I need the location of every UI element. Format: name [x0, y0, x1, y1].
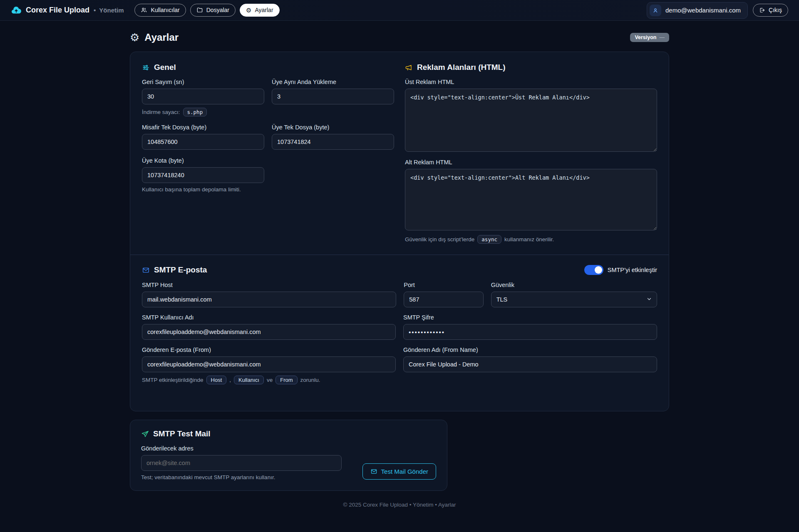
users-icon — [141, 7, 147, 13]
settings-gear-icon: ⚙ — [130, 32, 139, 43]
smtp-host-input[interactable] — [142, 292, 396, 307]
mail-icon — [142, 266, 150, 274]
member-quota-label: Üye Kota (byte) — [142, 157, 264, 164]
brand-title: Corex File Upload — [26, 6, 89, 15]
settings-card: Genel Geri Sayım (sn) İndirme sayacı: s.… — [130, 52, 669, 411]
smtp-port-label: Port — [404, 282, 483, 288]
countdown-input[interactable] — [142, 89, 264, 104]
section-divider — [130, 255, 669, 255]
smtp-section: SMTP E-posta SMTP’yi etkinleştir SMTP Ho… — [142, 265, 657, 384]
from-required-pill: From — [275, 376, 297, 384]
mail-send-icon — [370, 468, 377, 475]
smtp-hint-prefix: SMTP etkinleştirildiğinde — [142, 377, 203, 383]
top-navbar: Corex File Upload • Yönetim Kullanıcılar… — [0, 0, 799, 21]
logout-button[interactable]: Çıkış — [753, 4, 788, 17]
smtp-password-label: SMTP Şifre — [403, 314, 657, 321]
cloud-upload-icon — [11, 5, 22, 16]
host-required-pill: Host — [206, 376, 227, 384]
smtp-security-select[interactable]: TLS — [491, 292, 657, 307]
test-address-input[interactable] — [141, 455, 342, 471]
send-test-mail-label: Test Mail Gönder — [381, 468, 428, 475]
user-email: demo@webdanismani.com — [665, 7, 741, 14]
send-test-mail-button[interactable]: Test Mail Gönder — [362, 463, 436, 480]
nav-users-label: Kullanıcılar — [151, 7, 179, 14]
bottom-ad-label: Alt Reklam HTML — [405, 159, 657, 166]
smtp-port-input[interactable] — [404, 292, 483, 307]
smtp-password-input[interactable] — [403, 324, 657, 340]
main-nav: Kullanıcılar Dosyalar ⚙ Ayarlar — [134, 4, 279, 17]
user-chip: demo@webdanismani.com — [647, 2, 748, 19]
from-email-label: Gönderen E-posta (From) — [142, 346, 396, 353]
top-ad-label: Üst Reklam HTML — [405, 79, 657, 85]
brand: Corex File Upload • Yönetim — [11, 5, 124, 16]
nav-files-label: Dosyalar — [206, 7, 229, 14]
footer-text: © 2025 Corex File Upload • Yönetim • Aya… — [130, 502, 669, 508]
version-badge: Versiyon — — [630, 33, 669, 42]
quota-hint: Kullanıcı başına toplam depolama limiti. — [142, 186, 264, 193]
test-mail-card: SMTP Test Mail Gönderilecek adres Test; … — [130, 420, 447, 491]
smtp-enable-toggle[interactable] — [584, 265, 603, 275]
test-mail-hint: Test; veritabanındaki mevcut SMTP ayarla… — [141, 474, 342, 480]
gear-icon: ⚙ — [246, 7, 251, 13]
logout-icon — [759, 7, 765, 13]
concurrent-upload-label: Üye Aynı Anda Yükleme — [272, 79, 394, 85]
smtp-security-label: Güvenlik — [491, 282, 657, 288]
download-counter-hint: İndirme sayacı: — [142, 109, 180, 115]
member-quota-input[interactable] — [142, 167, 264, 183]
paper-plane-icon — [141, 430, 149, 438]
from-name-label: Gönderen Adı (From Name) — [403, 346, 657, 353]
nav-settings-label: Ayarlar — [255, 7, 273, 14]
user-icon — [650, 5, 661, 16]
user-required-pill: Kullanıcı — [234, 376, 264, 384]
member-file-input[interactable] — [272, 134, 394, 150]
guest-file-label: Misafir Tek Dosya (byte) — [142, 124, 264, 131]
nav-settings-button[interactable]: ⚙ Ayarlar — [240, 4, 280, 17]
page-title: Ayarlar — [144, 32, 179, 43]
logout-label: Çıkış — [769, 7, 782, 14]
guest-file-input[interactable] — [142, 134, 264, 150]
general-title: Genel — [154, 63, 176, 72]
ads-hint-suffix: kullanmanız önerilir. — [504, 236, 554, 242]
download-counter-file: s.php — [183, 108, 207, 116]
member-file-label: Üye Tek Dosya (byte) — [272, 124, 394, 131]
smtp-username-label: SMTP Kullanıcı Adı — [142, 314, 396, 321]
smtp-title: SMTP E-posta — [154, 265, 207, 275]
bottom-ad-textarea[interactable]: <div style="text-align:center">Alt Rekla… — [405, 169, 657, 230]
ads-hint-prefix: Güvenlik için dış script’lerde — [405, 236, 474, 242]
brand-separator: • — [94, 7, 96, 14]
smtp-hint-suffix: zorunlu. — [300, 377, 320, 383]
countdown-label: Geri Sayım (sn) — [142, 79, 264, 85]
sliders-icon — [142, 64, 150, 72]
smtp-host-label: SMTP Host — [142, 282, 396, 288]
megaphone-icon — [405, 64, 413, 72]
smtp-enable-label: SMTP’yi etkinleştir — [608, 267, 657, 273]
top-ad-textarea[interactable]: <div style="text-align:center">Üst Rekla… — [405, 89, 657, 152]
test-address-label: Gönderilecek adres — [141, 445, 436, 452]
smtp-username-input[interactable] — [142, 324, 396, 340]
nav-users-button[interactable]: Kullanıcılar — [134, 4, 186, 17]
from-email-input[interactable] — [142, 356, 396, 372]
async-pill: async — [477, 235, 501, 244]
general-section: Genel Geri Sayım (sn) İndirme sayacı: s.… — [142, 63, 394, 244]
ads-section: Reklam Alanları (HTML) Üst Reklam HTML <… — [405, 63, 657, 244]
test-mail-title: SMTP Test Mail — [153, 429, 211, 438]
brand-subtitle: Yönetim — [99, 7, 124, 14]
ads-title: Reklam Alanları (HTML) — [417, 63, 506, 72]
concurrent-upload-input[interactable] — [272, 89, 394, 104]
from-name-input[interactable] — [403, 356, 657, 372]
folder-icon — [196, 7, 203, 13]
nav-files-button[interactable]: Dosyalar — [190, 4, 236, 17]
